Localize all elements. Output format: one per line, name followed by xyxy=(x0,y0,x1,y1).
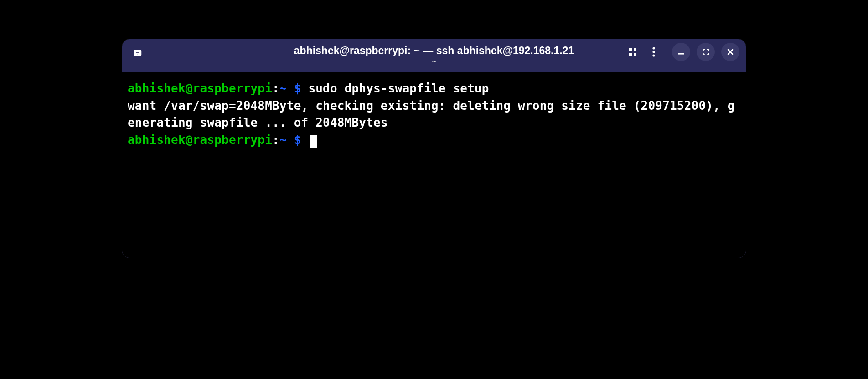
titlebar: abhishek@raspberrypi: ~ — ssh abhishek@1… xyxy=(122,39,746,72)
svg-rect-3 xyxy=(629,48,632,51)
prompt-colon: : xyxy=(272,82,279,95)
prompt-user-host: abhishek@raspberrypi xyxy=(128,82,272,95)
grid-menu-icon[interactable] xyxy=(626,46,639,58)
svg-point-7 xyxy=(652,47,655,49)
terminal-window: abhishek@raspberrypi: ~ — ssh abhishek@1… xyxy=(122,39,746,258)
svg-point-8 xyxy=(652,51,655,53)
minimize-button[interactable] xyxy=(672,43,690,61)
prompt-colon: : xyxy=(272,133,279,147)
command-text: sudo dphys-swapfile setup xyxy=(308,82,489,95)
prompt-cwd: ~ xyxy=(279,133,294,147)
kebab-menu-icon[interactable] xyxy=(647,46,660,58)
terminal-body[interactable]: abhishek@raspberrypi:~ $ sudo dphys-swap… xyxy=(122,72,746,157)
svg-rect-10 xyxy=(678,53,684,55)
output-line-1: want /var/swap=2048MByte, checking exist… xyxy=(128,97,740,132)
maximize-button[interactable] xyxy=(697,43,715,61)
cursor-block-icon xyxy=(310,135,317,148)
prompt-line-1: abhishek@raspberrypi:~ $ sudo dphys-swap… xyxy=(128,80,740,97)
prompt-line-2: abhishek@raspberrypi:~ $ xyxy=(128,132,740,149)
titlebar-left xyxy=(129,39,144,65)
svg-rect-6 xyxy=(634,53,636,56)
close-button[interactable] xyxy=(721,43,739,61)
prompt-cwd: ~ xyxy=(279,82,294,95)
svg-rect-5 xyxy=(629,53,632,56)
new-tab-icon[interactable] xyxy=(131,46,144,58)
titlebar-right xyxy=(626,39,739,65)
svg-rect-2 xyxy=(135,52,140,54)
svg-rect-4 xyxy=(634,48,636,51)
prompt-dollar: $ xyxy=(294,133,301,147)
prompt-space xyxy=(301,133,309,147)
window-controls xyxy=(672,43,739,61)
prompt-dollar: $ xyxy=(294,82,301,95)
svg-point-9 xyxy=(652,54,655,56)
prompt-user-host: abhishek@raspberrypi xyxy=(128,133,272,147)
prompt-space xyxy=(301,82,309,95)
